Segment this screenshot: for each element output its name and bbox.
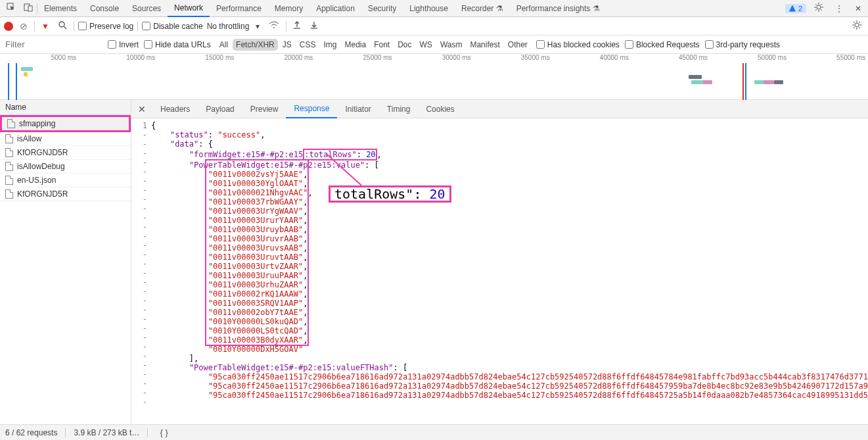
type-filter-media[interactable]: Media	[341, 39, 369, 51]
separator	[74, 21, 74, 32]
line-gutter: 1 - - - - - - - - - - - - - - - - - - -	[131, 118, 151, 424]
gear-icon[interactable]	[810, 0, 827, 16]
separator	[137, 21, 138, 32]
overview-marker	[745, 63, 746, 100]
inspect-icon[interactable]	[3, 0, 20, 16]
detail-tab-payload[interactable]: Payload	[198, 100, 242, 118]
network-settings-icon[interactable]	[850, 19, 864, 33]
request-name: isAllow	[17, 134, 41, 143]
top-tab-lighthouse[interactable]: Lighthouse	[403, 0, 455, 17]
pretty-print-button[interactable]: { }	[156, 428, 171, 437]
top-tab-elements[interactable]: Elements	[37, 0, 83, 17]
svg-line-11	[821, 4, 822, 5]
request-list-pane: Name sfmappingisAllowKfORGNJD5RisAllowDe…	[0, 100, 131, 424]
request-item[interactable]: isAllowDebug	[0, 160, 131, 174]
type-filter-other[interactable]: Other	[505, 39, 531, 51]
top-tab-console[interactable]: Console	[83, 0, 126, 17]
top-tab-memory[interactable]: Memory	[268, 0, 309, 17]
type-filter-ws[interactable]: WS	[417, 39, 436, 51]
top-tab-performance[interactable]: Performance	[210, 0, 268, 17]
overview-bar	[689, 75, 702, 79]
code-content[interactable]: { "status": "success", "data": { "formWi…	[151, 118, 868, 424]
top-tab-application[interactable]: Application	[309, 0, 361, 17]
response-body: 1 - - - - - - - - - - - - - - - - - - -	[131, 118, 868, 424]
detail-tab-initiator[interactable]: Initiator	[337, 100, 378, 118]
document-icon	[5, 162, 13, 171]
export-har-icon[interactable]	[308, 19, 321, 33]
type-filter-all[interactable]: All	[216, 39, 231, 51]
kebab-icon[interactable]: ⋮	[831, 1, 847, 16]
detail-tab-cookies[interactable]: Cookies	[418, 100, 462, 118]
type-filter-doc[interactable]: Doc	[394, 39, 415, 51]
network-split-view: Name sfmappingisAllowKfORGNJD5RisAllowDe…	[0, 100, 868, 424]
blocked-requests-checkbox[interactable]: Blocked Requests	[625, 40, 700, 49]
separator	[65, 428, 66, 437]
request-item[interactable]: isAllow	[0, 132, 131, 146]
separator	[147, 428, 148, 437]
detail-tab-headers[interactable]: Headers	[152, 100, 198, 118]
network-toolbar: ⊘ ▼ Preserve log Disable cache No thrott…	[0, 17, 868, 36]
detail-tab-response[interactable]: Response	[286, 100, 337, 118]
chevron-down-icon[interactable]: ▾	[253, 22, 262, 31]
ruler-tick: 20000 ms	[237, 54, 315, 63]
overview-marker	[16, 63, 17, 100]
svg-line-8	[815, 4, 817, 5]
separator	[286, 21, 286, 32]
status-bar: 6 / 62 requests 3.9 kB / 273 kB t… { }	[0, 424, 868, 440]
svg-point-12	[59, 22, 64, 27]
hide-data-urls-checkbox[interactable]: Hide data URLs	[144, 40, 211, 49]
type-filter-img[interactable]: Img	[320, 39, 340, 51]
separator	[34, 21, 35, 32]
type-filter-manifest[interactable]: Manifest	[467, 39, 503, 51]
request-item[interactable]: KfORGNJD5R	[0, 187, 131, 201]
filter-icon[interactable]: ▼	[39, 20, 52, 32]
issues-badge[interactable]: 2	[785, 4, 806, 13]
type-filter-css[interactable]: CSS	[296, 39, 319, 51]
document-icon	[5, 148, 13, 157]
clear-button[interactable]: ⊘	[17, 20, 30, 33]
document-icon	[5, 134, 13, 143]
top-tab-recorder-[interactable]: Recorder ⚗	[455, 0, 510, 17]
document-icon	[5, 176, 13, 185]
request-item[interactable]: sfmapping	[0, 115, 131, 132]
type-filter-font[interactable]: Font	[371, 39, 393, 51]
document-icon	[7, 119, 15, 128]
request-name: en-US.json	[17, 176, 56, 185]
record-button[interactable]	[4, 22, 13, 31]
invert-checkbox[interactable]: Invert	[108, 40, 139, 49]
network-conditions-icon[interactable]	[266, 20, 282, 32]
close-detail-icon[interactable]: ✕	[131, 104, 152, 114]
third-party-checkbox[interactable]: 3rd-party requests	[705, 40, 780, 49]
ruler-tick: 45000 ms	[631, 54, 710, 63]
request-item[interactable]: KfORGNJD5R	[0, 146, 131, 160]
request-item[interactable]: en-US.json	[0, 174, 131, 187]
close-devtools-icon[interactable]: ✕	[851, 1, 865, 16]
throttling-select[interactable]: No throttling	[207, 22, 250, 31]
has-blocked-cookies-checkbox[interactable]: Has blocked cookies	[536, 40, 620, 49]
svg-line-10	[815, 9, 817, 11]
preserve-log-checkbox[interactable]: Preserve log	[78, 22, 133, 31]
top-tab-sources[interactable]: Sources	[126, 0, 168, 17]
timeline-overview[interactable]: 5000 ms10000 ms15000 ms20000 ms25000 ms3…	[0, 54, 868, 100]
import-har-icon[interactable]	[290, 19, 304, 33]
ruler-tick: 55000 ms	[789, 54, 868, 63]
name-column-header[interactable]: Name	[0, 100, 131, 115]
detail-tab-preview[interactable]: Preview	[242, 100, 286, 118]
annotation-callout: totalRows": 20	[329, 185, 451, 203]
svg-line-24	[854, 27, 855, 28]
search-icon[interactable]	[56, 20, 70, 33]
filter-bar: Invert Hide data URLs AllFetch/XHRJSCSSI…	[0, 36, 868, 54]
type-filter-fetch-xhr[interactable]: Fetch/XHR	[233, 39, 278, 51]
top-tab-security[interactable]: Security	[361, 0, 403, 17]
detail-tab-timing[interactable]: Timing	[379, 100, 419, 118]
type-filter-js[interactable]: JS	[279, 39, 295, 51]
type-filter-wasm[interactable]: Wasm	[437, 39, 466, 51]
filter-input[interactable]	[4, 38, 103, 51]
svg-line-9	[821, 9, 822, 11]
device-toggle-icon[interactable]	[20, 0, 37, 16]
disable-cache-checkbox[interactable]: Disable cache	[142, 22, 202, 31]
top-tab-performance-insights-[interactable]: Performance insights ⚗	[510, 0, 606, 17]
top-tab-network[interactable]: Network	[168, 0, 210, 17]
request-name: KfORGNJD5R	[17, 148, 68, 157]
ruler-tick: 30000 ms	[394, 54, 473, 63]
